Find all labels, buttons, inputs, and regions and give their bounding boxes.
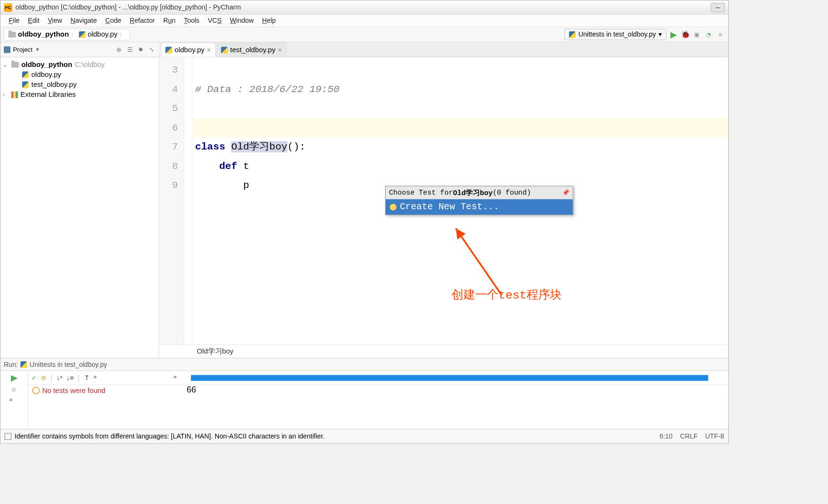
sidebar-header: Project ▼ ⊕ ☰ ✸ ⤡: [0, 42, 159, 57]
toolbar: oldboy_python 〉 oldboy.py 〉 Unittests in…: [0, 27, 728, 42]
run-button[interactable]: ▶: [669, 30, 678, 39]
pin-icon[interactable]: 📌: [562, 189, 569, 196]
tree-file-label: oldboy.py: [31, 71, 61, 79]
fold-margin[interactable]: [184, 57, 193, 345]
run-panel-left-tools: ▶ ⊙: [0, 371, 28, 429]
show-ignored-icon[interactable]: ⊘: [41, 374, 46, 382]
current-line-highlight: [193, 118, 728, 137]
tab-oldboy[interactable]: oldboy.py ×: [161, 43, 216, 57]
debug-button[interactable]: 🐞: [681, 30, 690, 39]
sidebar-title[interactable]: Project: [13, 46, 32, 53]
run-config-selector[interactable]: Unittests in test_oldboy.py ▾: [565, 29, 666, 40]
run-tool-window: Run: Unittests in test_oldboy.py ▶ ⊙ ✓ ⊘…: [0, 358, 728, 429]
code-line-3: # Data : 2018/6/22 19:50: [195, 84, 339, 95]
menu-help[interactable]: Help: [258, 17, 280, 25]
scroll-from-source-icon[interactable]: ⊕: [115, 46, 123, 53]
test-result-msg: No tests were found: [42, 387, 105, 395]
toggle-button[interactable]: ⊙: [11, 386, 17, 392]
editor-tabs: oldboy.py × test_oldboy.py ×: [159, 42, 728, 57]
expand-arrow-icon[interactable]: ⌄: [3, 62, 9, 67]
popup-head-target: Old学习boy: [453, 188, 493, 197]
close-icon[interactable]: ×: [278, 46, 282, 54]
popup-item-label: Create New Test...: [400, 202, 499, 212]
file-encoding[interactable]: UTF-8: [705, 432, 724, 440]
popup-item-create-test[interactable]: Create New Test...: [386, 199, 573, 215]
popup-head-pre: Choose Test for: [389, 189, 453, 197]
export-icon[interactable]: ⤒: [84, 374, 89, 382]
collapse-all-icon[interactable]: ☰: [126, 46, 134, 53]
status-tool-icon[interactable]: [5, 433, 11, 439]
menu-navigate[interactable]: Navigate: [66, 17, 101, 25]
search-button[interactable]: ≡: [715, 30, 724, 39]
status-message: Identifier contains symbols from differe…: [15, 432, 325, 440]
breadcrumb-file: oldboy.py: [88, 30, 118, 39]
code-editor[interactable]: 3456789 # Data : 2018/6/22 19:50 class O…: [159, 57, 728, 345]
run-panel-title: Run:: [4, 361, 18, 368]
menu-tools[interactable]: Tools: [179, 17, 203, 25]
test-tree[interactable]: No tests were found: [28, 385, 170, 429]
intention-popup: Choose Test for Old学习boy (0 found) 📌 Cre…: [385, 186, 573, 215]
menu-file[interactable]: File: [5, 17, 24, 25]
line-separator[interactable]: CRLF: [680, 432, 698, 440]
folder-icon: [11, 62, 19, 67]
svg-line-0: [456, 228, 502, 295]
output-text: 66: [170, 385, 728, 394]
close-icon[interactable]: ×: [207, 46, 211, 54]
menu-view[interactable]: View: [44, 17, 66, 25]
hide-icon[interactable]: ⤡: [148, 46, 156, 53]
expand-button[interactable]: [173, 373, 182, 382]
editor-pane: oldboy.py × test_oldboy.py × 3456789 # D…: [159, 42, 728, 358]
lightbulb-icon: [390, 204, 396, 210]
project-sidebar: Project ▼ ⊕ ☰ ✸ ⤡ ⌄ oldboy_python C:\old…: [0, 42, 159, 358]
libraries-icon: [11, 92, 18, 98]
run-output-pane: 66: [170, 371, 728, 429]
tree-root-label: oldboy_python: [21, 61, 72, 69]
expand-button[interactable]: [9, 396, 19, 405]
line-gutter: 3456789: [159, 57, 184, 345]
tree-external-libraries[interactable]: › External Libraries: [2, 90, 157, 100]
python-file-icon: [221, 47, 227, 53]
expand-button[interactable]: [94, 373, 103, 382]
menu-run[interactable]: Run: [159, 17, 179, 25]
tree-file-test-oldboy[interactable]: test_oldboy.py: [2, 80, 157, 90]
tree-project-root[interactable]: ⌄ oldboy_python C:\oldboy: [2, 60, 157, 70]
sort-time-icon[interactable]: ↓≡: [66, 374, 74, 382]
menu-edit[interactable]: Edit: [24, 17, 44, 25]
menu-vcs[interactable]: VCS: [204, 17, 226, 25]
menu-window[interactable]: Window: [226, 17, 258, 25]
settings-icon[interactable]: ✸: [137, 46, 145, 53]
editor-crumb-label: Old学习boy: [197, 346, 233, 356]
editor-breadcrumb[interactable]: Old学习boy: [159, 345, 728, 358]
popup-head-post: (0 found): [493, 189, 531, 197]
show-passed-icon[interactable]: ✓: [31, 374, 37, 382]
tree-root-path: C:\oldboy: [75, 61, 104, 69]
profile-button[interactable]: ◔: [704, 30, 713, 39]
tree-ext-label: External Libraries: [20, 91, 75, 99]
window-title: oldboy_python [C:\oldboy_python] - ...\o…: [16, 3, 709, 11]
status-bar: Identifier contains symbols from differe…: [0, 429, 728, 443]
minimize-button[interactable]: ─: [711, 3, 725, 12]
run-panel-header[interactable]: Run: Unittests in test_oldboy.py: [0, 358, 728, 371]
expand-arrow-icon[interactable]: ›: [3, 92, 9, 98]
chevron-right-icon: 〉: [120, 31, 125, 38]
warning-icon: [32, 387, 40, 394]
chevron-down-icon[interactable]: ▼: [35, 47, 40, 52]
breadcrumb[interactable]: oldboy_python 〉 oldboy.py 〉: [4, 28, 130, 40]
cursor-position[interactable]: 6:10: [659, 432, 672, 440]
chevron-right-icon: 〉: [71, 31, 76, 38]
menu-refactor[interactable]: Refactor: [125, 17, 159, 25]
annotation-text: 创建一个test程序块: [452, 287, 562, 303]
run-results-tools: ✓ ⊘ | ↓ᵃ ↓≡ | ⤒: [28, 371, 170, 385]
title-bar: PC oldboy_python [C:\oldboy_python] - ..…: [0, 0, 728, 15]
run-results-pane: ✓ ⊘ | ↓ᵃ ↓≡ | ⤒ No tests were found: [28, 371, 170, 429]
sort-alpha-icon[interactable]: ↓ᵃ: [56, 374, 62, 382]
app-icon: PC: [4, 3, 12, 12]
project-tree: ⌄ oldboy_python C:\oldboy oldboy.py test…: [0, 57, 159, 358]
tree-file-oldboy[interactable]: oldboy.py: [2, 70, 157, 80]
rerun-button[interactable]: ▶: [11, 373, 17, 383]
code-line-6: class Old学习boy():: [195, 141, 305, 152]
menu-bar: File Edit View Navigate Code Refactor Ru…: [0, 15, 728, 27]
coverage-button[interactable]: ▣: [692, 30, 701, 39]
tab-test-oldboy[interactable]: test_oldboy.py ×: [216, 43, 287, 57]
menu-code[interactable]: Code: [101, 17, 125, 25]
